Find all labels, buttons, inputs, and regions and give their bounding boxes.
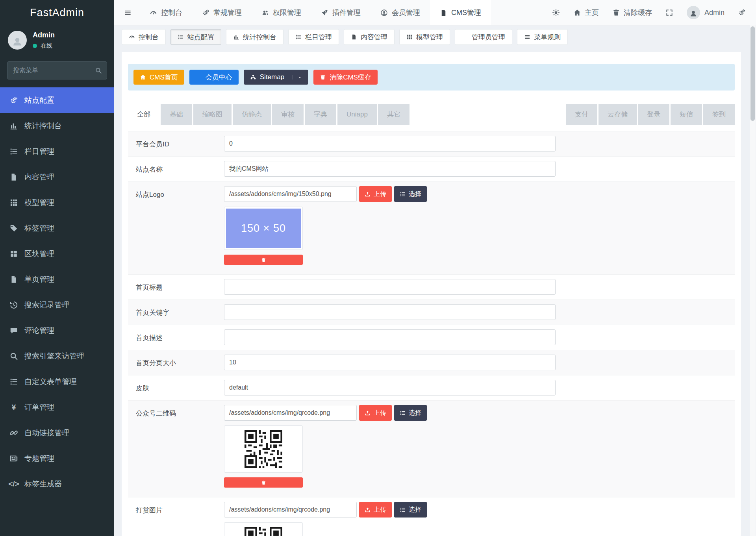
logo-placeholder-text: 150 × 50 bbox=[241, 222, 286, 235]
delete-image-button[interactable] bbox=[224, 477, 303, 488]
field-area bbox=[224, 325, 735, 350]
topnav-item-icon-slot bbox=[321, 9, 328, 17]
sidebar-toggle-button[interactable] bbox=[114, 0, 140, 25]
sidebar-item[interactable]: ¥ 订单管理 bbox=[0, 394, 114, 420]
home-link[interactable]: 主页 bbox=[573, 8, 599, 17]
config-tab[interactable]: 登录 bbox=[638, 104, 669, 125]
field-input[interactable] bbox=[224, 279, 556, 295]
search-input[interactable] bbox=[7, 61, 107, 79]
user-menu[interactable]: Admin bbox=[687, 6, 724, 19]
sidebar-item-icon-slot bbox=[9, 429, 18, 437]
sidebar-item[interactable]: 栏目管理 bbox=[0, 139, 114, 164]
sidebar-item[interactable]: 内容管理 bbox=[0, 164, 114, 190]
field-input[interactable] bbox=[224, 304, 556, 320]
settings-button[interactable] bbox=[738, 9, 746, 17]
config-tab[interactable]: 缩略图 bbox=[193, 104, 232, 125]
choose-button[interactable]: 选择 bbox=[394, 405, 427, 421]
config-tab[interactable]: 短信 bbox=[671, 104, 702, 125]
sidebar-item-icon-slot: ¥ bbox=[9, 403, 18, 412]
user-panel: Admin 在线 bbox=[0, 25, 114, 50]
panel-button[interactable]: CMS首页 bbox=[133, 70, 184, 85]
panel-button[interactable]: Sitemap bbox=[244, 70, 308, 85]
clear-cache-button[interactable]: 清除缓存 bbox=[612, 8, 652, 17]
field-input[interactable] bbox=[224, 502, 357, 518]
form-row: 平台会员ID bbox=[128, 131, 735, 157]
sidebar-item[interactable]: 区块管理 bbox=[0, 241, 114, 266]
field-input[interactable] bbox=[224, 380, 556, 396]
upload-button[interactable]: 上传 bbox=[359, 502, 392, 518]
topnav-item[interactable]: 权限管理 bbox=[252, 0, 311, 25]
field-input[interactable] bbox=[224, 186, 357, 202]
field-input[interactable] bbox=[224, 161, 556, 177]
upload-button[interactable]: 上传 bbox=[359, 405, 392, 421]
config-tab[interactable]: 其它 bbox=[378, 104, 410, 125]
choose-button[interactable]: 选择 bbox=[394, 186, 427, 202]
topnav-item[interactable]: CMS管理 bbox=[430, 0, 491, 25]
panel-button[interactable]: 清除CMS缓存 bbox=[313, 70, 378, 85]
config-tab[interactable]: 云存储 bbox=[598, 104, 637, 125]
trash-icon bbox=[320, 74, 326, 80]
field-input[interactable] bbox=[224, 355, 556, 370]
sidebar-item[interactable]: 搜索引擎来访管理 bbox=[0, 343, 114, 369]
sidebar-item[interactable]: 站点配置 bbox=[0, 87, 114, 113]
sidebar-item-icon-slot bbox=[9, 352, 18, 360]
field-line bbox=[224, 380, 735, 396]
form-row: 首页关键字 bbox=[128, 300, 735, 325]
topnav-item[interactable]: 控制台 bbox=[140, 0, 192, 25]
sidebar-item[interactable]: 专题管理 bbox=[0, 445, 114, 471]
config-tab[interactable]: 基础 bbox=[161, 104, 192, 125]
sidebar-item[interactable]: 标签管理 bbox=[0, 215, 114, 241]
scrollbar-track[interactable] bbox=[750, 25, 756, 536]
form-row: 首页分页大小 bbox=[128, 350, 735, 375]
config-tab[interactable]: 审核 bbox=[272, 104, 304, 125]
config-tab[interactable]: Uniapp bbox=[337, 104, 377, 125]
image-preview: 150 × 50 bbox=[224, 207, 303, 250]
field-label: 首页标题 bbox=[128, 275, 224, 299]
sidebar-item-label: 订单管理 bbox=[24, 402, 54, 412]
cogs-icon bbox=[9, 96, 18, 105]
config-tab[interactable]: 伪静态 bbox=[233, 104, 271, 125]
toolbar-tab-button[interactable]: 控制台 bbox=[122, 29, 166, 45]
toolbar-tab-button[interactable]: 模型管理 bbox=[399, 29, 450, 45]
theme-toggle-button[interactable] bbox=[552, 9, 560, 17]
toolbar-tab-button[interactable]: 站点配置 bbox=[170, 29, 221, 45]
choose-button[interactable]: 选择 bbox=[394, 502, 427, 518]
field-input[interactable] bbox=[224, 136, 556, 152]
panel-button[interactable]: 会员中心 bbox=[189, 70, 239, 85]
field-input[interactable] bbox=[224, 329, 556, 345]
field-input[interactable] bbox=[224, 405, 357, 421]
scrollbar-thumb[interactable] bbox=[750, 26, 755, 121]
sidebar-item[interactable]: 单页管理 bbox=[0, 266, 114, 292]
sidebar-item[interactable]: 模型管理 bbox=[0, 190, 114, 215]
topnav-item[interactable]: 会员管理 bbox=[371, 0, 430, 25]
topnav-item[interactable]: 常规管理 bbox=[192, 0, 252, 25]
toolbar-tab-button[interactable]: 内容管理 bbox=[344, 29, 395, 45]
yen-icon: ¥ bbox=[9, 403, 18, 412]
config-tab[interactable]: 全部 bbox=[128, 104, 159, 125]
sidebar-item[interactable]: 评论管理 bbox=[0, 318, 114, 343]
toolbar-tab-button[interactable]: 统计控制台 bbox=[226, 29, 284, 45]
delete-image-button[interactable] bbox=[224, 255, 303, 265]
sidebar-item[interactable]: 统计控制台 bbox=[0, 113, 114, 139]
config-tab[interactable]: 支付 bbox=[566, 104, 597, 125]
home-label: 主页 bbox=[585, 8, 599, 17]
config-tab[interactable]: 签到 bbox=[703, 104, 735, 125]
upload-button[interactable]: 上传 bbox=[359, 186, 392, 202]
sidebar-item[interactable]: 自动链接管理 bbox=[0, 420, 114, 445]
topnav-item-icon-slot bbox=[440, 9, 447, 17]
sidebar-item-label: 模型管理 bbox=[24, 198, 54, 208]
fullscreen-button[interactable] bbox=[665, 9, 673, 17]
sidebar-item[interactable]: 搜索记录管理 bbox=[0, 292, 114, 318]
sidebar-item[interactable]: </> 标签生成器 bbox=[0, 471, 114, 497]
user-icon bbox=[196, 74, 202, 80]
toolbar-tab-button[interactable]: 管理员管理 bbox=[455, 29, 512, 45]
toolbar-tab-button[interactable]: 菜单规则 bbox=[517, 29, 568, 45]
user-info: Admin 在线 bbox=[33, 31, 55, 50]
sidebar-item[interactable]: 自定义表单管理 bbox=[0, 369, 114, 394]
config-tab[interactable]: 字典 bbox=[305, 104, 336, 125]
settings-form: 平台会员ID 站点名称 bbox=[128, 131, 735, 536]
topnav-item[interactable]: 插件管理 bbox=[311, 0, 371, 25]
toolbar-tab-button[interactable]: 栏目管理 bbox=[288, 29, 339, 45]
field-label: 平台会员ID bbox=[128, 131, 224, 156]
field-area: 上传 选择 bbox=[224, 401, 735, 497]
